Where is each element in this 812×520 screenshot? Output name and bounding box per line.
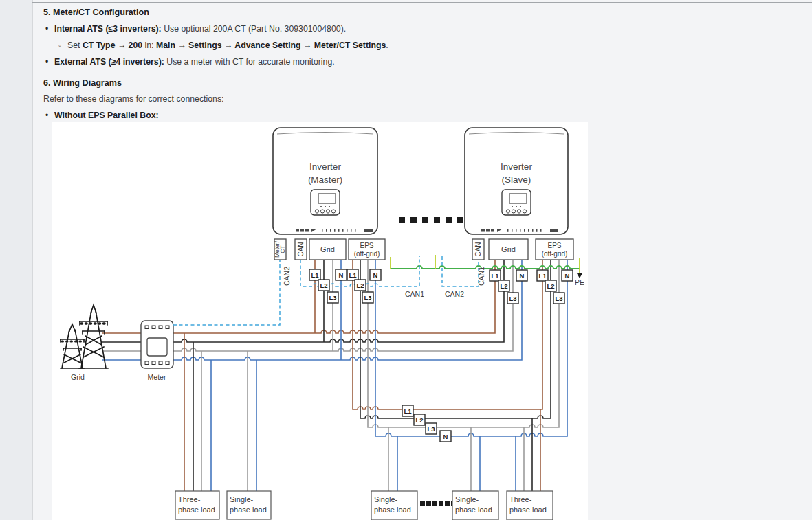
text-run: . <box>386 41 388 50</box>
display-dot <box>520 206 521 207</box>
section5-heading: 5. Meter/CT Configuration <box>43 8 149 17</box>
page-left-margin <box>0 0 33 520</box>
display-dot <box>329 206 330 207</box>
text-run: Internal ATS (≤3 inverters): <box>54 24 162 34</box>
display-dot <box>512 206 513 207</box>
continuation-dot <box>432 501 437 506</box>
wire-tag-label: L2 <box>320 282 327 289</box>
wire-l3_gray <box>368 260 559 427</box>
continuation-dot <box>426 501 431 506</box>
text-run: Main → Settings → Advance Setting → Mete… <box>156 41 386 50</box>
can2-label-master: CAN2 <box>283 267 291 286</box>
section-divider <box>32 71 812 71</box>
load-label: phase load <box>455 506 492 514</box>
continuation-dot <box>410 217 417 223</box>
section6-intro: Refer to these diagrams for correct conn… <box>43 94 223 104</box>
load-label: phase load <box>509 506 547 514</box>
tower-strut <box>96 310 106 368</box>
display-dot <box>325 206 326 207</box>
can1-label-slave: CAN1 <box>477 267 485 286</box>
display-dot <box>516 206 517 207</box>
bottom-port-block <box>550 229 558 232</box>
bullet-marker: • <box>45 57 48 67</box>
continuation-dot <box>422 217 428 223</box>
port-label: EPS <box>547 242 561 249</box>
port-label: Grid <box>320 245 335 253</box>
continuation-dot <box>445 501 450 506</box>
wire-tag-label: N <box>565 272 570 280</box>
text-run: Without EPS Parallel Box: <box>54 111 159 120</box>
bullet-marker: • <box>45 111 48 120</box>
bottom-port-mark <box>486 229 490 232</box>
wire-tag-label: L1 <box>404 407 412 415</box>
wire-tag-label: L1 <box>349 271 357 279</box>
port-label: CAN <box>474 242 482 256</box>
display-button <box>315 210 318 213</box>
continuation-dot <box>434 217 440 223</box>
load-label: Three- <box>509 495 532 504</box>
grid-towers-icon <box>61 305 108 368</box>
wire-tag-label: N <box>520 272 525 280</box>
tower-strut <box>69 324 76 332</box>
display-button <box>331 210 335 213</box>
continuation-dot <box>439 501 443 506</box>
text-run: Set <box>67 41 83 50</box>
bottom-port-mark <box>296 229 299 232</box>
section6-heading: 6. Wiring Diagrams <box>43 78 122 88</box>
grid-caption: Grid <box>71 373 85 381</box>
display-button <box>326 210 329 213</box>
wire-tag-label: L2 <box>547 282 554 290</box>
meter-terminal <box>159 326 162 329</box>
load-label: Three- <box>178 495 201 504</box>
text-run: Use optional 200A CT (Part No. 309301004… <box>162 24 346 34</box>
wire-tag-label: L1 <box>491 272 499 280</box>
comm-line <box>173 260 280 325</box>
display-dot <box>320 206 322 207</box>
port-label: Grid <box>501 245 516 253</box>
load-label: Single- <box>230 495 254 504</box>
meter-terminal <box>166 361 169 365</box>
meter-terminal <box>152 326 155 329</box>
port-label: CAN <box>297 242 305 256</box>
wire-tag-label: L3 <box>364 294 371 302</box>
wire-tag-label: N <box>373 271 378 279</box>
wire-tag-label: L1 <box>311 271 319 279</box>
load-label: phase load <box>178 506 215 514</box>
sub-bullet-ct-type: Set CT Type → 200 in: Main → Settings → … <box>67 41 388 50</box>
top-divider <box>32 2 812 3</box>
port-label: (off-grid) <box>542 250 568 258</box>
bullet-marker: • <box>45 24 48 34</box>
continuation-dot <box>457 217 463 223</box>
bottom-port-mark <box>305 229 309 232</box>
wire-tag-label: N <box>443 433 448 440</box>
wire-tag-label: L3 <box>509 295 516 302</box>
display-button <box>517 210 520 213</box>
can1-label-mid: CAN1 <box>405 290 424 298</box>
continuation-dot <box>420 501 425 506</box>
text-run: Use a meter with CT for accurate monitor… <box>164 57 335 67</box>
meter-terminal <box>166 326 169 329</box>
display-screen <box>318 194 336 203</box>
wire-tag-label: L3 <box>427 425 435 433</box>
tower-strut <box>91 305 96 313</box>
wire-tag-label: L2 <box>356 282 364 289</box>
meter-terminal <box>145 326 149 329</box>
inverter-subtitle: (Master) <box>308 174 342 185</box>
load-label: Single- <box>374 495 398 504</box>
wire-tag-label: L2 <box>415 416 423 424</box>
display-screen <box>509 194 527 203</box>
wiring-diagram: Inverter(Master)Inverter(Slave)Meter/CTC… <box>52 122 588 520</box>
bullet-internal-ats: Internal ATS (≤3 inverters): Use optiona… <box>54 24 346 34</box>
load-label: phase load <box>374 506 411 514</box>
sub-bullet-marker: ◦ <box>58 41 61 49</box>
inverter-title: Inverter <box>309 161 341 172</box>
continuation-dot <box>399 217 405 223</box>
continuation-dot <box>446 217 452 223</box>
load-label: phase load <box>230 506 267 514</box>
wire-tag-label: N <box>339 271 344 279</box>
inverter-title: Inverter <box>501 161 532 172</box>
wire-tag-label: L2 <box>500 282 507 290</box>
bottom-port-mark <box>300 229 304 232</box>
display-button <box>506 210 509 213</box>
text-run: CT Type → 200 <box>83 41 142 50</box>
